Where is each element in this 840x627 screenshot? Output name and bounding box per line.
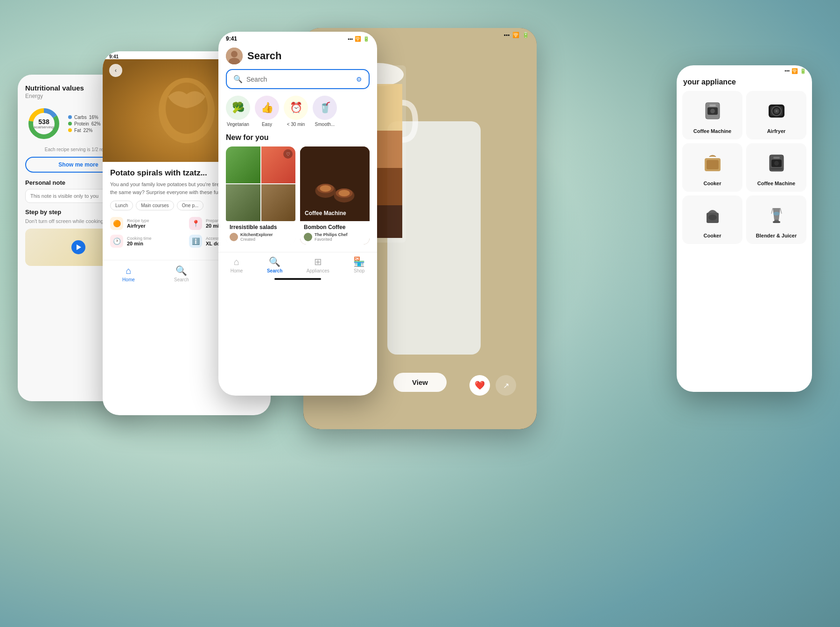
search-label: Search bbox=[174, 277, 189, 282]
appliances-icon: ⊞ bbox=[314, 256, 322, 267]
search-nav-icon: 🔍 bbox=[175, 265, 187, 276]
vegetarian-icon: 🥦 bbox=[226, 96, 250, 120]
coffee-machine-icon-2 bbox=[763, 149, 791, 177]
pill-smooth[interactable]: 🥤 Smooth... bbox=[313, 96, 337, 127]
smooth-icon: 🥤 bbox=[313, 96, 337, 120]
search-bottom-nav: ⌂ Home 🔍 Search ⊞ Appliances 🏪 Shop bbox=[218, 252, 377, 276]
legend-fat: Fat 22% bbox=[68, 128, 101, 133]
home-icon: ⌂ bbox=[234, 257, 239, 267]
heart-overlay[interactable]: ♡ bbox=[283, 149, 293, 159]
search-time: 9:41 bbox=[226, 35, 237, 42]
phone-search: 9:41 ▪▪▪ 🛜 🔋 Search 🔍 Search ⚙ 🥦 Vegetar… bbox=[218, 32, 377, 396]
coffee-author: The Philips Chef Favorited bbox=[304, 232, 366, 242]
meta-type-text: Recipe type Airfryer bbox=[127, 218, 149, 229]
heart-button[interactable]: ❤️ bbox=[469, 375, 490, 396]
svg-point-45 bbox=[773, 212, 780, 216]
recipe-nav-search[interactable]: 🔍 Search bbox=[174, 265, 189, 282]
coffee-machine-icon-1 bbox=[699, 97, 727, 125]
search-nav-search[interactable]: 🔍 Search bbox=[267, 256, 282, 273]
tag-main-courses[interactable]: Main courses bbox=[136, 201, 174, 210]
meta-cooking-text: Cooking time 20 min bbox=[127, 236, 152, 246]
salad-img-3 bbox=[226, 184, 260, 221]
fat-label: Fat bbox=[74, 128, 81, 133]
wifi-icon: 🛜 bbox=[791, 68, 798, 74]
pill-vegetarian[interactable]: 🥦 Vegetarian bbox=[226, 96, 250, 127]
protein-label: Protein bbox=[74, 121, 89, 126]
appliance-blender[interactable]: Blender & Juicer bbox=[746, 195, 806, 244]
shop-label: Shop bbox=[354, 268, 364, 273]
recipe-nav-home[interactable]: ⌂ Home bbox=[122, 265, 135, 282]
cooking-value: 20 min bbox=[127, 241, 152, 246]
coffee-image: Coffee Machine bbox=[300, 146, 370, 221]
salads-card[interactable]: ♡ Irresistible salads KitchenExplorer Cr… bbox=[226, 146, 295, 244]
appliance-cooker-2[interactable]: Cooker bbox=[682, 195, 742, 244]
view-button[interactable]: View bbox=[393, 373, 447, 392]
filter-icon[interactable]: ⚙ bbox=[356, 76, 362, 83]
user-avatar bbox=[226, 48, 243, 64]
appliances-status-bar: ▪▪▪ 🛜 🔋 bbox=[677, 65, 812, 74]
airfryer-label: Airfryer bbox=[767, 128, 786, 134]
carbs-label: Carbs bbox=[74, 115, 87, 120]
fat-percent: 22% bbox=[83, 128, 92, 133]
back-button[interactable]: ‹ bbox=[109, 64, 122, 77]
play-icon bbox=[77, 244, 81, 250]
search-nav-shop[interactable]: 🏪 Shop bbox=[353, 256, 365, 273]
svg-rect-44 bbox=[773, 221, 780, 223]
search-bar[interactable]: 🔍 Search ⚙ bbox=[226, 69, 370, 89]
appliance-airfryer[interactable]: Airfryer bbox=[746, 91, 806, 139]
search-nav-appliances[interactable]: ⊞ Appliances bbox=[307, 256, 329, 273]
search-nav-home[interactable]: ⌂ Home bbox=[231, 257, 243, 273]
svg-point-12 bbox=[320, 185, 331, 192]
meta-recipe-type: 🟠 Recipe type Airfryer bbox=[110, 217, 184, 230]
appliance-coffee-machine-1[interactable]: Coffee Machine bbox=[682, 91, 742, 139]
salads-name: Irresistible salads bbox=[230, 224, 292, 230]
tag-one[interactable]: One p... bbox=[177, 201, 204, 210]
appliances-grid: Coffee Machine Airfryer bbox=[677, 91, 812, 244]
donut-chart: 538 kcal/serving bbox=[25, 105, 63, 142]
home-indicator bbox=[274, 278, 321, 280]
home-label: Home bbox=[231, 268, 243, 273]
blender-label: Blender & Juicer bbox=[756, 233, 797, 238]
play-button[interactable] bbox=[71, 240, 85, 254]
cooker-icon-2 bbox=[699, 201, 727, 229]
protein-dot bbox=[68, 122, 72, 125]
airfryer-icon: 🟠 bbox=[110, 217, 123, 230]
signal-icon: ▪▪▪ bbox=[348, 36, 353, 42]
appliance-cooker-1[interactable]: Cooker bbox=[682, 143, 742, 192]
salad-img-2: ♡ bbox=[261, 146, 296, 183]
svg-rect-38 bbox=[773, 157, 780, 159]
appliances-label: Appliances bbox=[307, 268, 329, 273]
battery-icon: 🔋 bbox=[363, 36, 370, 42]
kitchen-explorer-name: KitchenExplorer bbox=[240, 232, 273, 237]
new-for-you-title: New for you bbox=[218, 133, 377, 146]
salad-img-4 bbox=[261, 184, 296, 221]
cooker-label-2: Cooker bbox=[704, 233, 721, 238]
airfryer-svg bbox=[765, 99, 788, 122]
svg-point-37 bbox=[774, 161, 779, 166]
salads-card-footer: Irresistible salads KitchenExplorer Crea… bbox=[226, 221, 295, 244]
signal-icon: ▪▪▪ bbox=[504, 32, 510, 38]
coffee-card[interactable]: Coffee Machine Bombon Coffee The Philips… bbox=[300, 146, 370, 244]
philips-chef-info: The Philips Chef Favorited bbox=[315, 232, 348, 242]
pill-easy[interactable]: 👍 Easy bbox=[255, 96, 279, 127]
tag-lunch[interactable]: Lunch bbox=[110, 201, 133, 210]
meta-cooking-time: 🕐 Cooking time 20 min bbox=[110, 235, 184, 248]
pill-30min[interactable]: ⏰ < 30 min bbox=[284, 96, 308, 127]
coffee-machine-svg-2 bbox=[765, 151, 788, 174]
salad-images: ♡ bbox=[226, 146, 295, 221]
philips-chef-action: Favorited bbox=[315, 237, 348, 242]
battery-icon: 🔋 bbox=[522, 32, 529, 38]
share-button[interactable]: ↗ bbox=[496, 375, 516, 396]
philips-chef-name: The Philips Chef bbox=[315, 232, 348, 237]
cooker-svg-1 bbox=[701, 151, 724, 174]
phone-appliances: ▪▪▪ 🛜 🔋 your appliance Coffee Machine bbox=[677, 65, 812, 392]
cooking-label: Cooking time bbox=[127, 236, 152, 241]
legend-items: Carbs 16% Protein 62% Fat 22% bbox=[68, 115, 101, 133]
vegetarian-label: Vegetarian bbox=[227, 122, 249, 127]
easy-label: Easy bbox=[262, 122, 272, 127]
legend-protein: Protein 62% bbox=[68, 121, 101, 126]
search-bar-icon: 🔍 bbox=[233, 75, 243, 84]
search-input[interactable]: Search bbox=[246, 76, 352, 83]
protein-percent: 62% bbox=[91, 121, 101, 126]
appliance-coffee-machine-2[interactable]: Coffee Machine bbox=[746, 143, 806, 192]
